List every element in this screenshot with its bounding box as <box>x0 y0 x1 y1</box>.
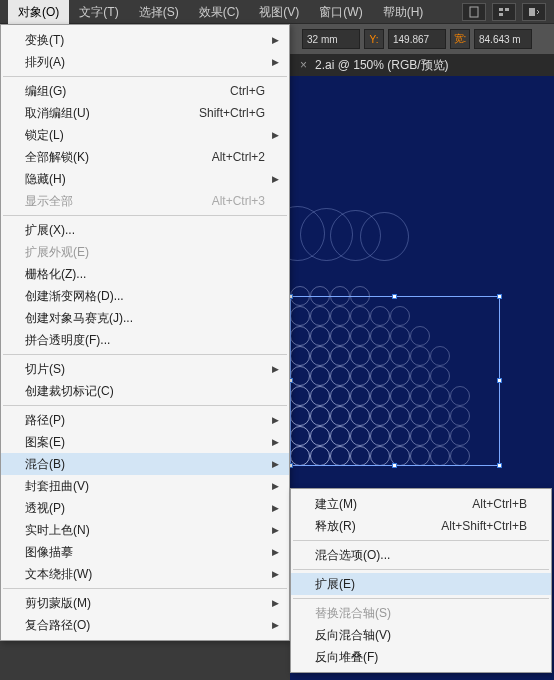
menu-item[interactable]: 编组(G)Ctrl+G <box>1 80 289 102</box>
menu-item[interactable]: 切片(S) <box>1 358 289 380</box>
menu-item[interactable]: 图案(E) <box>1 431 289 453</box>
menu-item[interactable]: 文本绕排(W) <box>1 563 289 585</box>
menu-item[interactable]: 创建渐变网格(D)... <box>1 285 289 307</box>
menu-item[interactable]: 反向混合轴(V) <box>291 624 551 646</box>
menu-item[interactable]: 栅格化(Z)... <box>1 263 289 285</box>
selection-handle[interactable] <box>497 294 502 299</box>
menu-item[interactable]: 路径(P) <box>1 409 289 431</box>
menu-help[interactable]: 帮助(H) <box>373 0 434 24</box>
menu-select[interactable]: 选择(S) <box>129 0 189 24</box>
svg-rect-4 <box>529 8 535 16</box>
layout-icon[interactable] <box>522 3 546 21</box>
object-menu-dropdown: 变换(T)排列(A)编组(G)Ctrl+G取消编组(U)Shift+Ctrl+G… <box>0 24 290 641</box>
menu-item[interactable]: 排列(A) <box>1 51 289 73</box>
menu-right-tools <box>462 3 546 21</box>
y-label: Y: <box>364 29 384 49</box>
svg-rect-2 <box>505 8 509 11</box>
menu-item[interactable]: 图像描摹 <box>1 541 289 563</box>
menu-item[interactable]: 混合(B) <box>1 453 289 475</box>
menu-item[interactable]: 扩展(X)... <box>1 219 289 241</box>
menu-item[interactable]: 透视(P) <box>1 497 289 519</box>
selection-box <box>290 296 500 466</box>
selection-handle[interactable] <box>392 463 397 468</box>
selection-handle[interactable] <box>392 294 397 299</box>
y-value[interactable]: 149.867 <box>388 29 446 49</box>
x-value[interactable]: 32 mm <box>302 29 360 49</box>
menu-item[interactable]: 剪切蒙版(M) <box>1 592 289 614</box>
svg-rect-3 <box>499 13 503 16</box>
grid-icon[interactable] <box>492 3 516 21</box>
selection-handle[interactable] <box>497 463 502 468</box>
menu-item[interactable]: 取消编组(U)Shift+Ctrl+G <box>1 102 289 124</box>
menu-item[interactable]: 实时上色(N) <box>1 519 289 541</box>
menu-item[interactable]: 封套扭曲(V) <box>1 475 289 497</box>
menu-object[interactable]: 对象(O) <box>8 0 69 24</box>
menu-window[interactable]: 窗口(W) <box>309 0 372 24</box>
menu-view[interactable]: 视图(V) <box>249 0 309 24</box>
menu-item[interactable]: 建立(M)Alt+Ctrl+B <box>291 493 551 515</box>
menu-item[interactable]: 创建对象马赛克(J)... <box>1 307 289 329</box>
tab-title[interactable]: 2.ai @ 150% (RGB/预览) <box>315 57 449 74</box>
w-value[interactable]: 84.643 m <box>474 29 532 49</box>
menu-item[interactable]: 混合选项(O)... <box>291 544 551 566</box>
doc-icon[interactable] <box>462 3 486 21</box>
menu-item[interactable]: 复合路径(O) <box>1 614 289 636</box>
menu-item[interactable]: 全部解锁(K)Alt+Ctrl+2 <box>1 146 289 168</box>
menu-item[interactable]: 拼合透明度(F)... <box>1 329 289 351</box>
menu-text[interactable]: 文字(T) <box>69 0 128 24</box>
blend-submenu: 建立(M)Alt+Ctrl+B释放(R)Alt+Shift+Ctrl+B混合选项… <box>290 488 552 673</box>
menubar: 对象(O) 文字(T) 选择(S) 效果(C) 视图(V) 窗口(W) 帮助(H… <box>0 0 554 24</box>
menu-item[interactable]: 创建裁切标记(C) <box>1 380 289 402</box>
svg-rect-0 <box>470 7 478 17</box>
menu-effect[interactable]: 效果(C) <box>189 0 250 24</box>
tab-close-icon[interactable]: × <box>300 58 307 72</box>
menu-item[interactable]: 反向堆叠(F) <box>291 646 551 668</box>
menu-item[interactable]: 隐藏(H) <box>1 168 289 190</box>
menu-item[interactable]: 释放(R)Alt+Shift+Ctrl+B <box>291 515 551 537</box>
w-label: 宽: <box>450 29 470 49</box>
menu-item[interactable]: 替换混合轴(S) <box>291 602 551 624</box>
menu-item[interactable]: 显示全部Alt+Ctrl+3 <box>1 190 289 212</box>
menu-item[interactable]: 变换(T) <box>1 29 289 51</box>
menu-item[interactable]: 锁定(L) <box>1 124 289 146</box>
menu-item[interactable]: 扩展外观(E) <box>1 241 289 263</box>
selection-handle[interactable] <box>497 378 502 383</box>
menu-item[interactable]: 扩展(E) <box>291 573 551 595</box>
svg-rect-1 <box>499 8 503 11</box>
